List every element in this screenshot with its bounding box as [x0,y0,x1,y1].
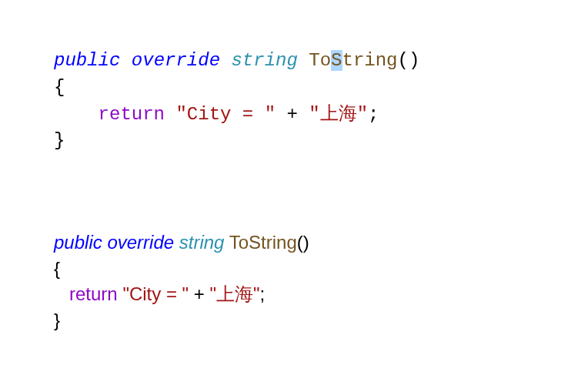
parentheses: () [297,232,309,253]
keyword-public: public [54,50,120,71]
parentheses: () [398,50,420,71]
semicolon: ; [260,283,266,304]
string-literal-2: "上海" [309,104,368,125]
operator-plus: + [286,104,297,125]
keyword-public: public [54,232,102,253]
brace-close: } [54,310,60,330]
string-literal-1: "City = " [175,104,276,125]
method-name-post: tring [342,50,398,71]
brace-close: } [54,130,65,151]
code-block-proportional: public override string ToString() { retu… [54,230,309,333]
operator-plus: + [194,283,205,304]
semicolon: ; [368,104,379,125]
brace-open: { [54,258,60,279]
keyword-return: return [69,283,118,304]
keyword-override: override [107,232,174,253]
code-block-monospace: public override string ToString() { retu… [54,48,419,155]
keyword-return: return [99,104,165,125]
method-name-highlight: S [331,50,342,71]
string-literal-1: "City = " [122,283,189,304]
method-name: ToString [229,232,297,253]
keyword-override: override [132,50,220,71]
method-name-pre: To [309,50,331,71]
brace-open: { [54,77,65,98]
string-literal-2: "上海" [209,283,259,304]
type-string: string [179,232,225,253]
type-string: string [231,50,297,71]
